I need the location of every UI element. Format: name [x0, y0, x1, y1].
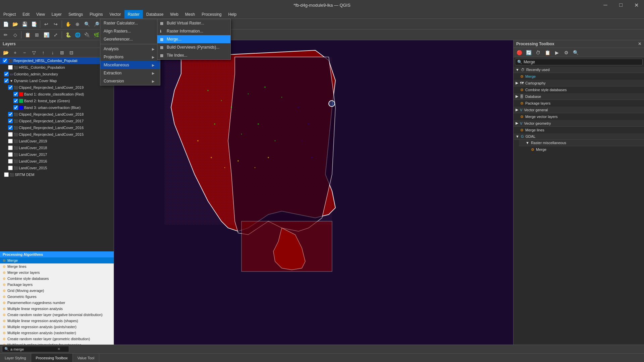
layer-landcover-2019[interactable]: ⬛ LandCover_2019: [0, 138, 114, 144]
merge-item[interactable]: ▦ Merge...: [157, 35, 230, 43]
align-rasters-item[interactable]: Align Rasters...: [100, 27, 160, 35]
move-up-btn[interactable]: ↑: [39, 48, 48, 57]
layer-reprojected-hrsl[interactable]: ⬛ Reprojected_HRSL_Colombo_Populati: [0, 57, 114, 64]
group-vector-geometry[interactable]: ▶ V Vector geometry ⚙ Merge lines: [514, 120, 644, 133]
alg-merge-vector[interactable]: ⚙ Merge vector layers: [0, 269, 114, 276]
alg-merge[interactable]: ⚙ Merge: [0, 257, 114, 263]
toolbox-item-merge-lines[interactable]: ⚙ Merge lines: [514, 127, 644, 133]
toolbox-btn5[interactable]: ▶: [552, 48, 561, 57]
group-recently-used[interactable]: ▼ ⏱ Recently used ⚙ Merge: [514, 67, 644, 80]
build-overviews-item[interactable]: ▦ Build Overviews (Pyramids)...: [157, 43, 230, 51]
toolbox-item-merge-recent[interactable]: ⚙ Merge: [514, 73, 644, 80]
close-button[interactable]: ✕: [629, 0, 644, 10]
group-cartography[interactable]: ▶ 🗺 Cartography ⚙ Combine style database…: [514, 80, 644, 93]
add-layer-btn[interactable]: +: [11, 48, 19, 57]
toolbox-btn3[interactable]: ⏱: [534, 48, 542, 57]
layer-checkbox[interactable]: [13, 92, 18, 97]
layer-checkbox[interactable]: [8, 159, 13, 164]
toolbox-btn1[interactable]: 🔴: [515, 48, 524, 57]
menu-mesh[interactable]: Mesh: [182, 10, 198, 18]
layer-srtm[interactable]: ⬛ SRTM DEM: [0, 171, 114, 178]
menu-layer[interactable]: Layer: [48, 10, 65, 18]
zoom-out-btn[interactable]: 🔎: [92, 20, 101, 28]
alg-bspline[interactable]: ⚙ Multilevel b-spline interpolation for …: [0, 342, 114, 345]
move-feature-btn[interactable]: ⤢: [51, 31, 60, 39]
group-vector-general-header[interactable]: ▶ V Vector general: [514, 107, 644, 113]
layer-band3[interactable]: Band 3: urban-coverfraction (Blue): [0, 104, 114, 111]
open-btn[interactable]: 📂: [11, 20, 19, 28]
menu-raster[interactable]: Raster: [124, 10, 143, 18]
layer-checkbox[interactable]: [8, 132, 13, 137]
alg-merge-lines[interactable]: ⚙ Merge lines: [0, 263, 114, 269]
extraction-item[interactable]: Extraction ▶: [100, 69, 160, 77]
layer-clipped-2018[interactable]: ⬛ Clipped_Reprojected_LandCover_2018: [0, 111, 114, 118]
expand-all-btn[interactable]: ⊞: [58, 48, 66, 57]
layer-checkbox[interactable]: [8, 119, 13, 123]
group-gdal-header[interactable]: ▼ G GDAL: [514, 133, 644, 140]
layer-btn[interactable]: 📋: [23, 31, 32, 39]
collapse-all-btn[interactable]: ⊟: [67, 48, 76, 57]
alg-random-gd[interactable]: ⚙ Create random raster layer (geometric …: [0, 336, 114, 342]
alg-mra-pr[interactable]: ⚙ Multiple regression analysis (points/r…: [0, 324, 114, 330]
menu-database[interactable]: Database: [143, 10, 167, 18]
remove-layer-btn[interactable]: −: [20, 48, 29, 57]
layer-landcover-2015[interactable]: ⬛ LandCover_2015: [0, 165, 114, 171]
bottom-search-input[interactable]: [10, 347, 57, 351]
minimize-button[interactable]: ─: [598, 0, 613, 10]
pan-btn[interactable]: ✋: [64, 20, 72, 28]
undo-btn[interactable]: ↩: [42, 20, 51, 28]
alg-mra-rr[interactable]: ⚙ Multiple regression analysis (raster/r…: [0, 330, 114, 336]
group-recently-used-header[interactable]: ▼ ⏱ Recently used: [514, 67, 644, 73]
python-btn[interactable]: 🐍: [64, 31, 72, 39]
move-down-btn[interactable]: ↓: [48, 48, 57, 57]
toolbox-btn4[interactable]: 📋: [543, 48, 552, 57]
georeferencer-item[interactable]: Georeferencer...: [100, 35, 160, 43]
layer-checkbox[interactable]: [8, 166, 13, 170]
layer-checkbox[interactable]: [4, 78, 9, 83]
toolbox-btn7[interactable]: 🔍: [571, 48, 580, 57]
layer-checkbox[interactable]: [8, 145, 13, 150]
projections-item[interactable]: Projections ▶: [100, 53, 160, 61]
layer-checkbox[interactable]: [4, 172, 9, 177]
node-btn[interactable]: ◇: [11, 31, 19, 39]
layer-checkbox[interactable]: [3, 58, 7, 63]
layer-checkbox[interactable]: [4, 72, 9, 76]
toolbox-item-merge-gdal[interactable]: ⚙ Merge: [519, 146, 644, 153]
layer-checkbox[interactable]: [8, 125, 13, 130]
toolbox-item-merge-vector[interactable]: ⚙ Merge vector layers: [514, 113, 644, 120]
menu-settings[interactable]: Settings: [65, 10, 86, 18]
alg-param[interactable]: ⚙ Paramemelton ruggedness number: [0, 300, 114, 306]
layer-checkbox[interactable]: [8, 112, 13, 117]
menu-processing[interactable]: Processing: [198, 10, 225, 18]
raster-info-item[interactable]: ℹ Raster Information...: [157, 27, 230, 35]
globe-btn[interactable]: 🌐: [73, 31, 82, 39]
open-layer-btn[interactable]: 📂: [1, 48, 10, 57]
digitize-btn[interactable]: ✏: [1, 31, 10, 39]
raster-calc-item[interactable]: Raster Calculator...: [100, 19, 160, 27]
toolbox-btn6[interactable]: ⚙: [562, 48, 571, 57]
alg-combine-style[interactable]: ⚙ Combine style databases: [0, 276, 114, 282]
new-project-btn[interactable]: 📄: [1, 20, 10, 28]
layer-band2[interactable]: Band 2: forest_type (Green): [0, 98, 114, 104]
plugin-btn[interactable]: 🔌: [83, 31, 91, 39]
toolbox-item-combine-style[interactable]: ⚙ Combine style databases: [514, 86, 644, 93]
filter-layer-btn[interactable]: ▽: [30, 48, 38, 57]
group-vector-general[interactable]: ▶ V Vector general ⚙ Merge vector layers: [514, 107, 644, 120]
group-cartography-header[interactable]: ▶ 🗺 Cartography: [514, 80, 644, 86]
group-gdal[interactable]: ▼ G GDAL ▼ Raster miscellaneous ⚙ Merge: [514, 133, 644, 153]
group-database[interactable]: ▶ 🗄 Database ⚙ Package layers: [514, 93, 644, 107]
alg-mlr[interactable]: ⚙ Multiple linear regression analysis: [0, 306, 114, 312]
alg-random-nbd[interactable]: ⚙ Create random raster layer (negative b…: [0, 312, 114, 318]
layer-clipped-2015[interactable]: ⬛ Clipped_Reprojected_LandCover_2015: [0, 131, 114, 138]
layer-checkbox[interactable]: [8, 139, 13, 143]
build-virtual-raster-item[interactable]: ▦ Build Virtual Raster...: [157, 19, 230, 27]
group-vector-geometry-header[interactable]: ▶ V Vector geometry: [514, 120, 644, 127]
layer-landcover-2018[interactable]: ⬛ LandCover_2018: [0, 144, 114, 151]
layer-checkbox[interactable]: [13, 105, 18, 110]
attr-table-btn[interactable]: 📊: [42, 31, 51, 39]
grass-btn[interactable]: 🌿: [92, 31, 101, 39]
close-panel-button[interactable]: ✕: [638, 42, 641, 46]
search-input[interactable]: [524, 60, 640, 64]
layer-checkbox[interactable]: [8, 152, 13, 157]
redo-btn[interactable]: ↪: [51, 20, 60, 28]
